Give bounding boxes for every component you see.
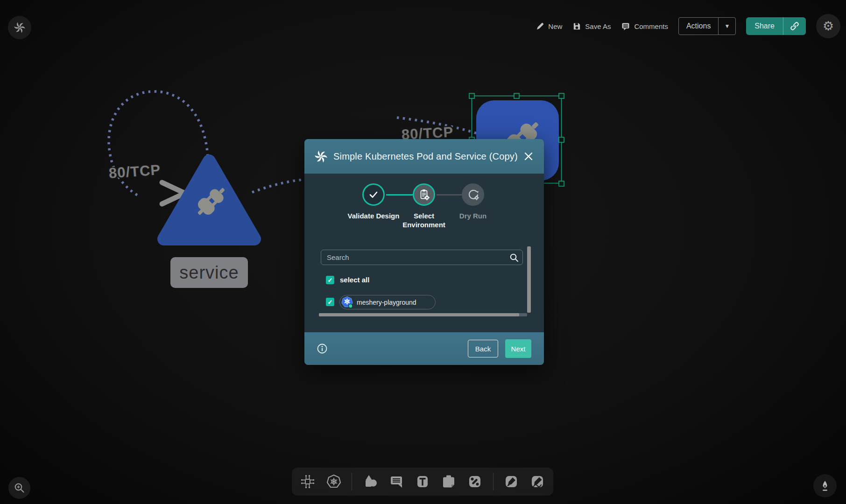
component-icon[interactable] <box>299 473 316 490</box>
search-input[interactable] <box>321 250 523 265</box>
kubernetes-icon <box>341 296 353 308</box>
back-button[interactable]: Back <box>468 340 498 357</box>
check-icon <box>368 189 379 200</box>
new-button[interactable]: New <box>536 22 562 31</box>
vertical-scrollbar[interactable] <box>527 246 531 313</box>
dialog-title: Simple Kubernetes Pod and Service (Copy) <box>333 151 518 162</box>
save-icon <box>572 22 581 31</box>
info-icon[interactable] <box>317 343 328 354</box>
link-icon[interactable] <box>783 17 806 35</box>
canvas-tool-dock <box>292 468 553 496</box>
meshery-design-canvas: 80/TCP 80/TCP service New Sa <box>0 0 846 504</box>
environment-chip[interactable]: meshery-playground <box>339 295 436 309</box>
actions-label: Actions <box>679 18 718 35</box>
link-nodes-icon[interactable] <box>466 473 483 490</box>
shapes-icon[interactable] <box>362 473 379 490</box>
comments-label: Comments <box>634 22 668 30</box>
actions-button[interactable]: Actions ▼ <box>678 17 736 35</box>
dock-divider <box>352 473 352 490</box>
select-all-label: select all <box>340 276 369 284</box>
pencil-icon <box>536 22 544 31</box>
select-all-checkbox[interactable]: ✓ <box>326 276 334 284</box>
gear-icon: ⚙ <box>823 19 834 34</box>
zoom-in-button[interactable] <box>8 477 30 499</box>
freehand-icon[interactable] <box>529 473 546 490</box>
share-button[interactable]: Share <box>746 17 806 35</box>
step-label-validate-design: Validate Design <box>345 211 402 220</box>
comment-icon[interactable] <box>388 473 405 490</box>
top-toolbar: New Save As Comments Actions ▼ Share <box>536 14 840 38</box>
save-as-label: Save As <box>585 22 611 30</box>
comments-button[interactable]: Comments <box>621 21 668 31</box>
text-tool-icon[interactable] <box>414 473 431 490</box>
pen-arrow-icon[interactable] <box>503 473 520 490</box>
zoom-in-icon <box>14 482 26 494</box>
caret-down-icon[interactable]: ▼ <box>718 18 735 35</box>
meshery-logo-icon <box>315 150 327 163</box>
service-node-label[interactable]: service <box>170 257 248 288</box>
share-label: Share <box>746 17 783 35</box>
service-triangle-node[interactable] <box>164 161 254 239</box>
step-validate-design[interactable] <box>362 183 385 206</box>
meshery-menu-button[interactable] <box>8 16 31 39</box>
search-icon[interactable] <box>509 253 519 262</box>
step-connector-done <box>386 194 413 196</box>
dry-run-icon <box>466 188 480 202</box>
save-as-button[interactable]: Save As <box>572 22 611 31</box>
clipboard-gear-icon <box>417 188 431 202</box>
close-icon[interactable] <box>523 151 534 161</box>
pen-nib-icon <box>818 479 832 492</box>
dock-divider <box>493 473 494 490</box>
kubernetes-icon[interactable] <box>325 473 342 490</box>
dialog-footer: Back Next <box>304 332 544 365</box>
dialog-header: Simple Kubernetes Pod and Service (Copy) <box>304 139 544 174</box>
environment-name: meshery-playground <box>357 299 416 306</box>
horizontal-scrollbar[interactable] <box>319 313 527 316</box>
settings-button[interactable]: ⚙ <box>816 14 840 38</box>
environment-checkbox[interactable]: ✓ <box>326 298 334 306</box>
note-icon[interactable] <box>440 473 457 490</box>
step-label-dry-run: Dry Run <box>444 211 502 220</box>
step-select-environment[interactable] <box>413 183 435 206</box>
step-dry-run[interactable] <box>462 183 484 206</box>
pen-nib-button[interactable] <box>813 474 837 497</box>
next-button[interactable]: Next <box>505 339 531 358</box>
environment-search <box>321 250 523 265</box>
deploy-dialog: Simple Kubernetes Pod and Service (Copy) <box>304 139 544 365</box>
meshery-menu-icon <box>14 22 25 33</box>
comments-icon <box>621 21 630 31</box>
new-label: New <box>548 22 562 30</box>
step-connector-pending <box>437 194 462 196</box>
